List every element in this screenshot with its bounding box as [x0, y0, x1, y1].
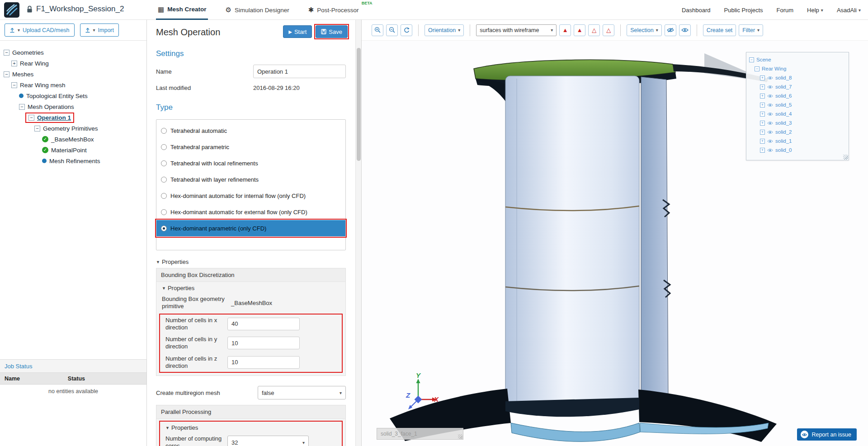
- report-issue-button[interactable]: Report an issue: [797, 428, 857, 441]
- scene-solid-1[interactable]: + solid_1: [749, 136, 846, 146]
- tab-post-processor[interactable]: ✱ Post-Processor BETA: [307, 0, 361, 20]
- tree-item-operation-1[interactable]: − Operation 1: [4, 112, 146, 123]
- save-button[interactable]: Save: [316, 25, 348, 38]
- mesh-quality-outline-1-button[interactable]: △: [588, 24, 600, 36]
- type-option-tetrahedral-automatic[interactable]: Tetrahedral automatic: [156, 122, 345, 139]
- panel-scrollbar[interactable]: [355, 20, 361, 446]
- tree-collapse-icon[interactable]: −: [28, 115, 34, 121]
- tree-expand-icon[interactable]: +: [760, 103, 765, 108]
- render-mode-select[interactable]: surfaces with wireframe ▾: [476, 24, 557, 36]
- app-logo[interactable]: [4, 2, 20, 18]
- tree-item-topological-entity-sets[interactable]: Topological Entity Sets: [4, 90, 146, 101]
- cells-z-input[interactable]: [227, 356, 300, 369]
- show-selection-button[interactable]: [679, 24, 691, 36]
- mesh-quality-outline-2-button[interactable]: △: [603, 24, 614, 36]
- scene-solid-8[interactable]: + solid_8: [749, 73, 846, 82]
- tree-item-mesh-refinements[interactable]: Mesh Refinements: [4, 155, 146, 166]
- tree-item-geometries[interactable]: − Geometries: [4, 47, 146, 58]
- scene-solid-2[interactable]: + solid_2: [749, 127, 846, 136]
- tree-expand-icon[interactable]: +: [760, 112, 765, 117]
- eye-icon[interactable]: [767, 148, 773, 152]
- radio-icon[interactable]: [161, 177, 167, 183]
- tab-simulation-designer[interactable]: ⚙ Simulation Designer: [223, 0, 291, 20]
- radio-icon[interactable]: [161, 144, 167, 150]
- tree-item-rear-wing[interactable]: + Rear Wing: [4, 58, 146, 69]
- tree-item-geometry-primitives[interactable]: − Geometry Primitives: [4, 123, 146, 134]
- properties-collapser[interactable]: ▼ Properties: [156, 258, 346, 265]
- eye-icon[interactable]: [767, 112, 773, 116]
- scene-rear-wing[interactable]: − Rear Wing: [749, 64, 846, 73]
- tree-expand-icon[interactable]: +: [760, 94, 765, 99]
- tree-collapse-icon[interactable]: −: [34, 126, 40, 131]
- multiregion-select[interactable]: false ▾: [258, 386, 346, 399]
- orientation-dropdown[interactable]: Orientation ▾: [425, 24, 464, 36]
- scene-solid-5[interactable]: + solid_5: [749, 100, 846, 109]
- eye-icon[interactable]: [767, 85, 773, 89]
- parallel-properties-collapser[interactable]: ▼ Properties: [160, 422, 342, 433]
- tree-collapse-icon[interactable]: −: [4, 50, 9, 56]
- type-option-hex-parametric[interactable]: Hex-dominant parametric (only CFD): [156, 220, 345, 236]
- radio-icon[interactable]: [161, 128, 167, 134]
- cells-x-input[interactable]: [227, 318, 300, 330]
- create-set-button[interactable]: Create set: [703, 24, 736, 36]
- filter-dropdown[interactable]: Filter ▾: [739, 24, 763, 36]
- resize-grip[interactable]: [458, 434, 462, 439]
- nav-help[interactable]: Help▾: [807, 7, 823, 14]
- resize-grip[interactable]: [843, 155, 848, 160]
- type-option-tetrahedral-parametric[interactable]: Tetrahedral parametric: [156, 139, 345, 155]
- eye-icon[interactable]: [767, 94, 773, 98]
- viewport-3d[interactable]: − Scene − Rear Wing + solid_8 + solid_7 …: [362, 41, 868, 446]
- tree-item-mesh-operations[interactable]: − Mesh Operations: [4, 101, 146, 112]
- mesh-quality-filled-2-button[interactable]: ▲: [574, 24, 585, 36]
- type-option-tetrahedral-local-refinements[interactable]: Tetrahedral with local refinements: [156, 155, 345, 171]
- scene-solid-0[interactable]: + solid_0: [749, 146, 846, 155]
- tree-collapse-icon[interactable]: −: [755, 66, 760, 71]
- tree-expand-icon[interactable]: +: [760, 85, 765, 89]
- eye-icon[interactable]: [767, 103, 773, 107]
- eye-icon[interactable]: [767, 121, 773, 125]
- tree-item-basemeshbox[interactable]: ✓ _BaseMeshBox: [4, 134, 146, 145]
- scene-solid-3[interactable]: + solid_3: [749, 118, 846, 127]
- eye-icon[interactable]: [767, 76, 773, 80]
- upload-cad-button[interactable]: ▾ Upload CAD/mesh: [5, 23, 75, 37]
- hide-selection-button[interactable]: [665, 24, 676, 36]
- type-option-tetrahedral-layer-refinements[interactable]: Tetrahedral with layer refinements: [156, 171, 345, 188]
- scene-solid-6[interactable]: + solid_6: [749, 91, 846, 100]
- tree-collapse-icon[interactable]: −: [4, 71, 9, 77]
- tree-expand-icon[interactable]: +: [760, 75, 765, 80]
- tree-item-materialpoint[interactable]: ✓ MaterialPoint: [4, 145, 146, 155]
- zoom-out-button[interactable]: [386, 24, 398, 36]
- bbox-properties-collapser[interactable]: ▼ Properties: [156, 282, 345, 293]
- type-option-hex-internal[interactable]: Hex-dominant automatic for internal flow…: [156, 188, 345, 204]
- radio-icon[interactable]: [161, 193, 167, 199]
- radio-icon[interactable]: [161, 209, 167, 215]
- radio-icon[interactable]: [161, 160, 167, 166]
- tree-expand-icon[interactable]: +: [11, 61, 17, 66]
- scene-root[interactable]: − Scene: [749, 55, 846, 64]
- scene-solid-4[interactable]: + solid_4: [749, 109, 846, 118]
- nav-forum[interactable]: Forum: [777, 7, 794, 14]
- panel-scrollbar-thumb[interactable]: [357, 48, 361, 161]
- radio-icon[interactable]: [161, 225, 167, 231]
- tree-expand-icon[interactable]: +: [760, 121, 765, 126]
- zoom-in-button[interactable]: [372, 24, 383, 36]
- start-button[interactable]: ▶ Start: [283, 25, 312, 38]
- tree-collapse-icon[interactable]: −: [19, 104, 25, 110]
- cells-y-input[interactable]: [227, 337, 300, 349]
- tree-item-rear-wing-mesh[interactable]: − Rear Wing mesh: [4, 80, 146, 90]
- import-button[interactable]: ▾ Import: [80, 23, 119, 37]
- scene-solid-7[interactable]: + solid_7: [749, 82, 846, 91]
- mesh-quality-filled-1-button[interactable]: ▲: [559, 24, 571, 36]
- tree-collapse-icon[interactable]: −: [749, 57, 754, 62]
- tree-collapse-icon[interactable]: −: [11, 82, 17, 88]
- tree-expand-icon[interactable]: +: [760, 148, 765, 153]
- nav-dashboard[interactable]: Dashboard: [682, 7, 711, 14]
- tree-item-meshes[interactable]: − Meshes: [4, 69, 146, 80]
- reset-view-button[interactable]: [401, 24, 412, 36]
- tab-mesh-creator[interactable]: ▦ Mesh Creator: [156, 0, 208, 20]
- tree-expand-icon[interactable]: +: [760, 139, 765, 144]
- eye-icon[interactable]: [767, 130, 773, 134]
- nav-user-menu[interactable]: AsadAli▾: [837, 7, 861, 14]
- nav-public-projects[interactable]: Public Projects: [724, 7, 763, 14]
- operation-name-input[interactable]: [253, 65, 346, 78]
